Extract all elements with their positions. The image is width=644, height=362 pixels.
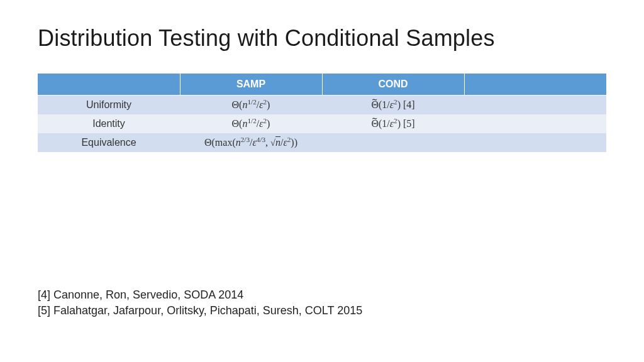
table-row: Identity Θ(n1/2/ε2) Θ(1/ε2) [5] (38, 114, 606, 133)
row-label: Equivalence (38, 133, 180, 152)
table-header-row: SAMP COND (38, 74, 606, 96)
table-row: Equivalence Θ(max(n2/3/ε4/3, √n/ε2)) (38, 133, 606, 152)
col-header-samp: SAMP (180, 74, 322, 96)
cell-empty (464, 114, 606, 133)
cell-samp: Θ(n1/2/ε2) (180, 96, 322, 115)
col-header-cond: COND (322, 74, 464, 96)
cell-cond (322, 133, 464, 152)
cell-empty (464, 96, 606, 115)
references: [4] Canonne, Ron, Servedio, SODA 2014 [5… (38, 287, 362, 318)
reference-item: [5] Falahatgar, Jafarpour, Orlitsky, Pic… (38, 303, 362, 318)
cell-cond: Θ(1/ε2) [5] (322, 114, 464, 133)
row-label: Identity (38, 114, 180, 133)
cell-samp: Θ(max(n2/3/ε4/3, √n/ε2)) (180, 133, 322, 152)
row-label: Uniformity (38, 96, 180, 115)
cell-empty (464, 133, 606, 152)
table-row: Uniformity Θ(n1/2/ε2) Θ(1/ε2) [4] (38, 96, 606, 115)
col-header-blank-2 (464, 74, 606, 96)
cell-samp: Θ(n1/2/ε2) (180, 114, 322, 133)
col-header-blank-1 (38, 74, 180, 96)
page-title: Distribution Testing with Conditional Sa… (38, 25, 606, 52)
complexity-table: SAMP COND Uniformity Θ(n1/2/ε2) Θ(1/ε2) … (38, 74, 606, 152)
cell-cond: Θ(1/ε2) [4] (322, 96, 464, 115)
reference-item: [4] Canonne, Ron, Servedio, SODA 2014 (38, 287, 362, 302)
